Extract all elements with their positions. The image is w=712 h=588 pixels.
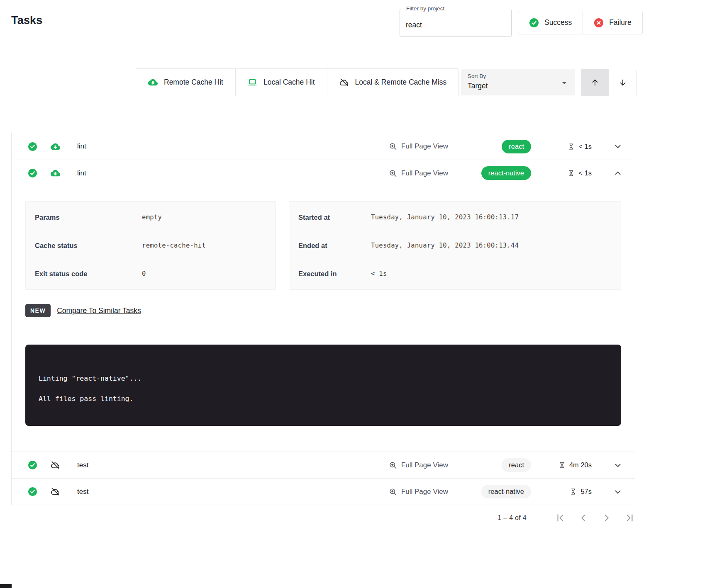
task-row-header[interactable]: lint Full Page View react < 1s (12, 133, 635, 160)
cloud-arrow-down-icon (51, 142, 60, 151)
params-value: empty (142, 214, 162, 221)
zoom-in-icon (389, 488, 397, 496)
check-circle-icon (28, 142, 37, 151)
full-page-view-label: Full Page View (401, 142, 448, 151)
remote-cache-hit-label: Remote Cache Hit (164, 78, 223, 87)
task-duration: < 1s (539, 143, 592, 151)
task-target-label: test (77, 461, 88, 469)
task-duration: < 1s (539, 169, 592, 177)
cache-status-label: Cache status (35, 242, 142, 250)
exit-status-code-value: 0 (142, 270, 146, 277)
started-at-label: Started at (298, 214, 371, 221)
cache-filter-group: Remote Cache Hit Local Cache Hit Local &… (136, 68, 459, 96)
check-circle-icon (28, 460, 37, 470)
cache-miss-label: Local & Remote Cache Miss (355, 78, 447, 87)
pagination: 1 – 4 of 4 (11, 508, 636, 527)
task-list: lint Full Page View react < 1s (11, 133, 635, 505)
sort-ascending-button[interactable] (581, 69, 609, 96)
full-page-view-link[interactable]: Full Page View (389, 142, 448, 151)
project-filter-input[interactable] (402, 19, 506, 31)
caret-down-icon (559, 78, 569, 88)
task-target-label: lint (77, 142, 86, 151)
zoom-in-icon (389, 169, 397, 177)
cloud-off-icon (51, 487, 60, 496)
sort-by-select[interactable]: Sort By Target (461, 69, 575, 96)
executed-in-value: < 1s (371, 270, 387, 277)
ended-at-value: Tuesday, January 10, 2023 16:00:13.44 (371, 242, 519, 249)
first-page-icon[interactable] (554, 512, 566, 524)
page-title: Tasks (11, 14, 43, 27)
task-timing-panel: Started at Tuesday, January 10, 2023 16:… (289, 201, 621, 290)
sort-by-label: Sort By (468, 73, 486, 79)
task-target-label: test (77, 488, 88, 496)
task-duration: 57s (539, 488, 592, 496)
cloud-arrow-down-icon (148, 78, 158, 87)
task-duration-label: 57s (580, 488, 592, 496)
hourglass-icon (558, 462, 566, 469)
task-duration: 4m 20s (539, 461, 592, 469)
x-circle-icon (594, 18, 604, 28)
task-duration-label: < 1s (578, 143, 592, 151)
task-details: Params empty Cache status remote-cache-h… (12, 201, 635, 452)
success-filter-label: Success (544, 18, 572, 27)
task-row-header[interactable]: test Full Page View react-native 57s (12, 478, 635, 505)
task-row-header[interactable]: lint Full Page View react-native < 1s (12, 160, 635, 186)
full-page-view-label: Full Page View (401, 169, 448, 177)
started-at-value: Tuesday, January 10, 2023 16:00:13.17 (371, 214, 519, 221)
chevron-right-icon[interactable] (600, 512, 613, 524)
project-badge: react (502, 458, 531, 472)
laptop-icon (248, 78, 257, 87)
hourglass-icon (568, 143, 575, 150)
cache-status-value: remote-cache-hit (142, 242, 206, 249)
chevron-down-icon[interactable] (613, 487, 622, 496)
ended-at-label: Ended at (298, 242, 371, 250)
full-page-view-link[interactable]: Full Page View (389, 461, 448, 469)
status-filter-group: Success Failure (518, 11, 643, 34)
sort-by-value: Target (468, 82, 488, 90)
params-label: Params (35, 214, 142, 221)
terminal-output: Linting "react-native"... All files pass… (25, 345, 621, 426)
cloud-off-icon (339, 78, 349, 87)
full-page-view-link[interactable]: Full Page View (389, 169, 448, 177)
exit-status-code-label: Exit status code (35, 270, 142, 278)
cache-miss-filter-button[interactable]: Local & Remote Cache Miss (327, 69, 459, 96)
cloud-off-icon (51, 460, 60, 470)
failure-filter-button[interactable]: Failure (583, 11, 642, 34)
chevron-down-icon[interactable] (613, 142, 622, 151)
chevron-left-icon[interactable] (577, 512, 590, 524)
task-row-test-react: test Full Page View react 4m 20s (12, 452, 635, 478)
arrow-down-icon (618, 78, 627, 87)
sort-descending-button[interactable] (609, 69, 636, 96)
task-duration-label: 4m 20s (569, 461, 592, 469)
zoom-in-icon (389, 142, 397, 151)
project-badge: react-native (481, 166, 531, 180)
chevron-down-icon[interactable] (613, 461, 622, 470)
cloud-arrow-down-icon (51, 168, 60, 178)
failure-filter-label: Failure (609, 18, 632, 27)
full-page-view-label: Full Page View (401, 461, 448, 469)
local-cache-hit-label: Local Cache Hit (263, 78, 315, 87)
terminal-line: All files pass linting. (39, 395, 613, 403)
check-circle-icon (529, 18, 539, 28)
project-filter-label: Filter by project (404, 5, 446, 12)
chevron-up-icon[interactable] (613, 169, 622, 178)
check-circle-icon (28, 168, 37, 178)
local-cache-hit-filter-button[interactable]: Local Cache Hit (235, 69, 327, 96)
task-row-header[interactable]: test Full Page View react 4m 20s (12, 452, 635, 478)
task-target-label: lint (77, 169, 86, 177)
arrow-up-icon (590, 78, 600, 87)
check-circle-icon (28, 487, 37, 496)
last-page-icon[interactable] (624, 512, 636, 524)
remote-cache-hit-filter-button[interactable]: Remote Cache Hit (136, 69, 235, 96)
project-badge: react-native (481, 485, 531, 498)
full-page-view-link[interactable]: Full Page View (389, 488, 448, 496)
project-badge: react (502, 140, 531, 153)
task-row-lint-react-native: lint Full Page View react-native < 1s (12, 160, 635, 452)
success-filter-button[interactable]: Success (518, 11, 583, 34)
new-badge: NEW (25, 304, 51, 317)
task-params-panel: Params empty Cache status remote-cache-h… (25, 201, 276, 290)
pagination-range: 1 – 4 of 4 (497, 514, 527, 522)
full-page-view-label: Full Page View (401, 488, 448, 496)
compare-to-similar-tasks-link[interactable]: Compare To Similar Tasks (57, 306, 141, 315)
task-row-test-react-native: test Full Page View react-native 57s (12, 478, 635, 505)
